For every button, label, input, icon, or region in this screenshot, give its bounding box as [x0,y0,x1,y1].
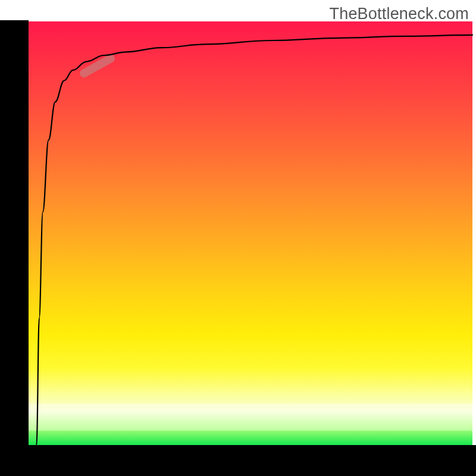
y-axis-band [0,20,29,445]
x-axis-band [0,445,476,476]
chart-gradient-background [29,21,472,445]
watermark-label: TheBottleneck.com [329,5,469,23]
